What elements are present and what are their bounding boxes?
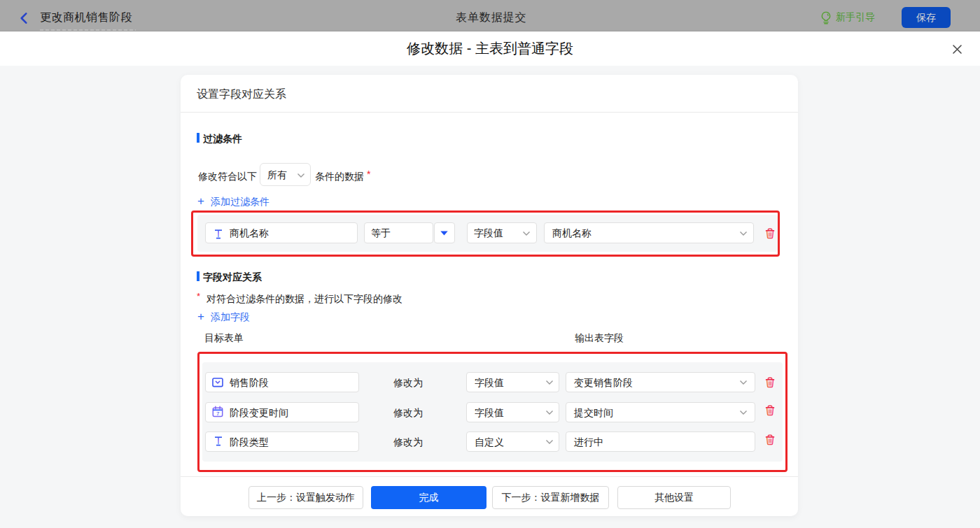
svg-text:7: 7: [216, 411, 220, 417]
